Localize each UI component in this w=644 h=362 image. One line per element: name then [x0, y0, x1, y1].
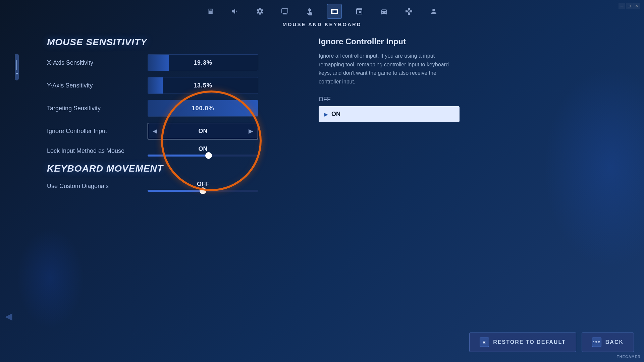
targeting-row: Targeting Sensitivity 100.0% — [47, 100, 288, 117]
y-axis-value: 13.5% — [194, 82, 212, 89]
nav-icon-display[interactable]: 🖥 — [203, 4, 218, 19]
minimize-button[interactable]: ─ — [619, 3, 625, 9]
targeting-value: 100.0% — [192, 105, 214, 112]
x-axis-row: X-Axis Sensitivity 19.3% — [47, 54, 288, 71]
restore-label: RESTORE TO DEFAULT — [493, 339, 566, 345]
x-axis-fill — [148, 55, 169, 71]
ignore-controller-label: Ignore Controller Input — [47, 128, 141, 135]
nav-icon-car[interactable] — [377, 4, 391, 19]
title-bar: ─ □ ✕ — [614, 0, 644, 12]
main-content: MOUSE SENSITIVITY X-Axis Sensitivity 19.… — [34, 30, 302, 204]
sidebar-handle[interactable] — [15, 54, 19, 80]
right-panel-description: Ignore all controller input. If you are … — [319, 52, 460, 86]
lock-input-toggle[interactable]: ON — [148, 145, 258, 157]
y-axis-slider[interactable]: 13.5% — [148, 77, 258, 94]
nav-icon-hand[interactable] — [302, 4, 317, 19]
nav-icons-container: 🖥 — [203, 0, 441, 19]
lock-input-value: ON — [148, 145, 258, 153]
nav-icon-settings[interactable] — [253, 4, 267, 19]
nav-icon-gamepad[interactable] — [401, 4, 416, 19]
y-axis-track: 13.5% — [148, 77, 258, 94]
y-axis-row: Y-Axis Sensitivity 13.5% — [47, 77, 288, 94]
ignore-controller-value: ON — [162, 128, 244, 135]
sidebar-dot — [16, 73, 18, 74]
mouse-sensitivity-header: MOUSE SENSITIVITY — [47, 37, 288, 48]
x-axis-label: X-Axis Sensitivity — [47, 59, 141, 66]
maximize-button[interactable]: □ — [626, 3, 633, 9]
lock-input-thumb — [205, 152, 212, 159]
right-panel: Ignore Controller Input Ignore all contr… — [309, 30, 470, 129]
custom-diagonals-row: Use Custom Diagonals OFF — [47, 181, 288, 192]
nav-icon-keyboard[interactable] — [327, 4, 342, 19]
targeting-track: 100.0% — [148, 100, 258, 117]
back-key-badge: ESC — [592, 338, 601, 347]
ignore-controller-toggle[interactable]: ◀ ON ▶ — [148, 123, 258, 139]
x-axis-slider[interactable]: 19.3% — [148, 54, 258, 71]
nav-icon-network[interactable] — [352, 4, 367, 19]
toggle-arrow-right[interactable]: ▶ — [244, 123, 258, 139]
restore-key-badge: R — [480, 338, 489, 347]
watermark: THEGAMER — [617, 355, 641, 359]
custom-diagonals-filled — [148, 190, 203, 192]
page-title: MOUSE AND KEYBOARD — [282, 21, 361, 27]
custom-diagonals-thumb — [200, 187, 206, 194]
lock-input-track — [148, 155, 258, 157]
nav-icon-display2[interactable] — [277, 4, 292, 19]
targeting-slider[interactable]: 100.0% — [148, 100, 258, 117]
options-off-label: OFF — [319, 96, 460, 103]
back-label: BACK — [605, 339, 624, 345]
y-axis-label: Y-Axis Sensitivity — [47, 82, 141, 89]
bottom-buttons: R RESTORE TO DEFAULT ESC BACK — [469, 333, 634, 352]
sidebar-line-1 — [16, 60, 17, 70]
lock-input-row: Lock Input Method as Mouse ON — [47, 145, 288, 157]
targeting-label: Targeting Sensitivity — [47, 105, 141, 112]
y-axis-fill — [148, 77, 163, 94]
restore-default-button[interactable]: R RESTORE TO DEFAULT — [469, 333, 576, 352]
nav-icon-audio[interactable] — [228, 4, 243, 19]
top-navigation: 🖥 MOUSE AND KEYBOARD — [0, 0, 644, 27]
nav-icon-user[interactable] — [426, 4, 441, 19]
right-panel-title: Ignore Controller Input — [319, 37, 460, 46]
lock-input-label: Lock Input Method as Mouse — [47, 147, 141, 155]
back-button[interactable]: ESC BACK — [582, 333, 634, 352]
option-on-text: ON — [331, 111, 340, 118]
x-axis-value: 19.3% — [194, 59, 212, 66]
keyboard-movement-header: KEYBOARD MOVEMENT — [47, 163, 288, 174]
option-on-item[interactable]: ▶ ON — [319, 106, 460, 122]
x-axis-track: 19.3% — [148, 54, 258, 71]
toggle-arrow-left[interactable]: ◀ — [148, 123, 162, 139]
custom-diagonals-label: Use Custom Diagonals — [47, 183, 141, 190]
custom-diagonals-toggle[interactable]: OFF — [148, 181, 258, 192]
lock-input-filled — [148, 155, 209, 157]
custom-diagonals-track — [148, 190, 258, 192]
close-button[interactable]: ✕ — [633, 3, 640, 9]
left-arrow-decoration: ◀ — [5, 311, 12, 322]
option-arrow-icon: ▶ — [324, 112, 328, 117]
ignore-controller-row: Ignore Controller Input ◀ ON ▶ — [47, 123, 288, 139]
custom-diagonals-value: OFF — [148, 181, 258, 188]
